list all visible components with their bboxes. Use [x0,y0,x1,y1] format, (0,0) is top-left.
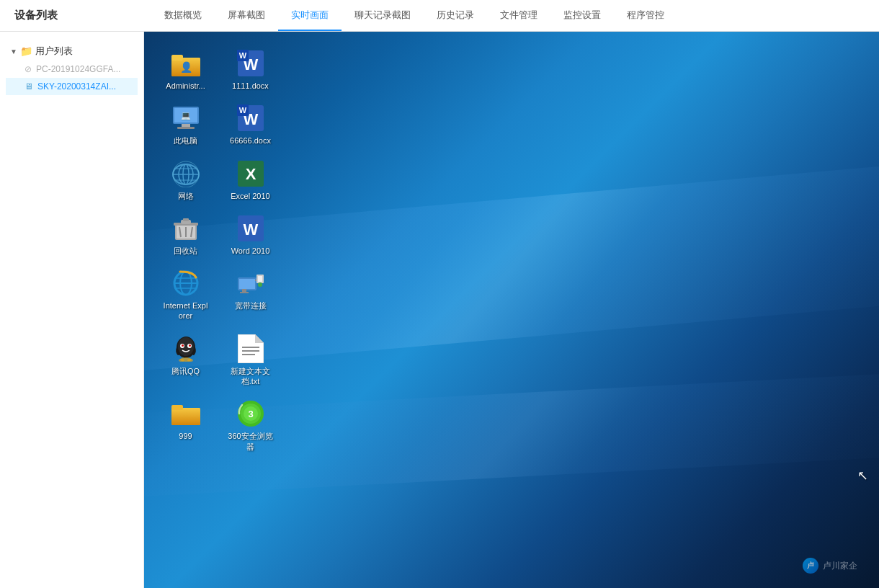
tab-monitor-settings[interactable]: 监控设置 [550,0,614,31]
svg-point-54 [189,344,191,347]
tab-data-overview[interactable]: 数据概览 [151,0,215,31]
desktop-icon-broadband[interactable]: 宽带连接 [223,266,277,324]
tab-program-manage[interactable]: 程序管控 [614,0,677,31]
sidebar-items-list: ⊘ PC-20191024GGFA...🖥 SKY-20200314ZAI... [6,61,138,95]
desktop-icon-label-this-pc: 此电脑 [174,135,197,146]
sidebar: ▼ 📁 用户列表 ⊘ PC-20191024GGFA...🖥 SKY-20200… [0,32,144,588]
svg-text:3: 3 [248,409,253,419]
page-title: 设备列表 [7,9,151,22]
svg-text:W: W [238,106,246,115]
desktop-icon-new-txt[interactable]: 新建文本文档.txt [223,331,277,390]
desktop-icon-administrator[interactable]: 👤 Administr... [159,46,213,94]
sidebar-item-label: PC-20191024GGFA... [36,64,120,74]
svg-text:W: W [243,220,258,239]
svg-rect-46 [258,276,262,282]
sidebar-user-list-header[interactable]: ▼ 📁 用户列表 [6,42,138,61]
svg-rect-44 [240,292,249,293]
collapse-arrow-icon: ▼ [10,48,17,55]
svg-text:👤: 👤 [179,61,192,74]
desktop-screenshot: 👤 Administr... W W 1111.docx 💻 此电脑 W W 6… [144,32,879,588]
desktop-icon-360browser[interactable]: 3 360安全浏览器 [223,396,277,455]
desktop-icon-recycle[interactable]: 回收站 [159,211,213,259]
desktop-icon-label-360browser: 360安全浏览器 [226,431,275,452]
nav-tabs: 数据概览屏幕截图实时画面聊天记录截图历史记录文件管理监控设置程序管控 [151,0,677,31]
svg-text:W: W [238,51,246,60]
desktop-icon-label-recycle: 回收站 [174,246,197,256]
desktop-icon-label-new-txt: 新建文本文档.txt [226,366,275,387]
tab-file-manage[interactable]: 文件管理 [487,0,550,31]
desktop-icon-label-ie: Internet Explorer [161,300,210,321]
sidebar-section: ▼ 📁 用户列表 ⊘ PC-20191024GGFA...🖥 SKY-20200… [0,39,143,98]
desktop-icon-label-word2010: Word 2010 [231,246,270,256]
desktop-icon-label-administrator: Administr... [166,81,205,91]
content-area: 👤 Administr... W W 1111.docx 💻 此电脑 W W 6… [144,32,879,588]
ie-icon [171,269,200,298]
sidebar-item-label: SKY-20200314ZAI... [37,81,116,92]
desktop-icon-ie[interactable]: Internet Explorer [159,266,213,324]
desktop-icon-label-folder999: 999 [179,431,192,441]
desktop-icon-label-network: 网络 [178,191,194,201]
main-layout: ▼ 📁 用户列表 ⊘ PC-20191024GGFA...🖥 SKY-20200… [0,32,879,588]
sidebar-section-label: 用户列表 [35,45,73,58]
folder-user-icon: 👤 [171,49,200,78]
watermark-text: 卢川家企 [823,560,857,572]
svg-point-56 [179,359,184,362]
desktop-icon-label-1111docx: 1111.docx [232,81,269,91]
header: 设备列表 数据概览屏幕截图实时画面聊天记录截图历史记录文件管理监控设置程序管控 [0,0,879,32]
desktop-icon-label-broadband: 宽带连接 [235,300,267,311]
mouse-cursor: ↖ [857,468,868,484]
svg-point-48 [258,282,262,287]
svg-text:X: X [245,165,256,183]
watermark: 卢 卢川家企 [803,558,857,574]
tab-realtime[interactable]: 实时画面 [278,0,342,31]
word-icon: W W [236,104,265,133]
tab-screenshot[interactable]: 屏幕截图 [215,0,278,31]
recycle-icon [171,214,200,243]
svg-rect-65 [171,405,183,410]
txt-icon [236,334,265,363]
desktop-icon-folder999[interactable]: 999 [159,396,213,455]
desktop-icon-label-qq: 腾讯QQ [171,366,200,376]
360-icon: 3 [236,399,265,428]
svg-marker-58 [238,334,264,363]
svg-rect-10 [182,124,190,127]
desktop-icon-qq[interactable]: 腾讯QQ [159,331,213,390]
watermark-logo: 卢 [803,558,818,574]
tab-chat-record[interactable]: 聊天记录截图 [342,0,424,31]
svg-rect-43 [242,289,246,292]
word-icon: W W [236,49,265,78]
desktop-icon-label-excel2010: Excel 2010 [231,191,269,201]
desktop-icon-1111docx[interactable]: W W 1111.docx [223,46,277,94]
monitor-icon: ⊘ [24,64,32,74]
word-app-icon: W [236,214,265,243]
svg-point-53 [182,344,184,347]
network-icon [171,159,200,188]
svg-text:💻: 💻 [181,110,191,120]
desktop-icon-excel2010[interactable]: X Excel 2010 [223,156,277,204]
desktop-icon-this-pc[interactable]: 💻 此电脑 [159,101,213,148]
svg-rect-11 [177,127,195,129]
excel-icon: X [236,159,265,188]
qq-icon [171,334,200,363]
desktop-icon-66666docx[interactable]: W W 66666.docx [223,101,277,148]
desktop-icon-network[interactable]: 网络 [159,156,213,204]
computer-icon: 💻 [171,104,200,133]
broadband-icon [236,269,265,298]
sidebar-item-sky1[interactable]: 🖥 SKY-20200314ZAI... [6,78,138,95]
desktop-icon-label-66666docx: 66666.docx [230,135,271,146]
desktop-icons-grid: 👤 Administr... W W 1111.docx 💻 此电脑 W W 6… [144,32,879,469]
monitor-icon: 🖥 [24,81,33,92]
svg-rect-30 [183,218,189,221]
desktop-icon-word2010[interactable]: W Word 2010 [223,211,277,259]
svg-rect-64 [171,408,200,425]
folder-plain-icon [171,399,200,428]
folder-icon: 📁 [20,45,32,57]
svg-rect-42 [239,279,255,289]
svg-rect-2 [171,55,183,61]
svg-point-57 [187,359,193,362]
svg-marker-59 [255,334,264,343]
sidebar-item-pc1[interactable]: ⊘ PC-20191024GGFA... [6,61,138,78]
tab-history[interactable]: 历史记录 [424,0,487,31]
